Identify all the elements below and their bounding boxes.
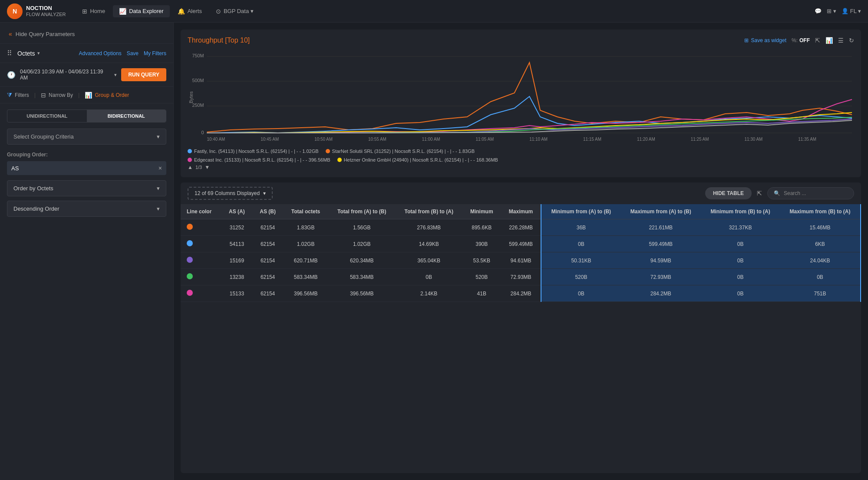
cell-max-ab-4: 72.93MB [620, 269, 701, 285]
tab-divider: | [34, 92, 36, 98]
cell-max-2: 599.49MB [501, 236, 541, 252]
cell-max-4: 72.93MB [501, 269, 541, 285]
run-query-button[interactable]: RUN QUERY [121, 68, 166, 81]
columns-display-button[interactable]: 12 of 69 Columns Displayed ▾ [188, 187, 273, 200]
cell-min-ba-1: 321.37KB [701, 219, 780, 236]
chart-legend: Fastly, Inc. (54113) | Nocsoft S.R.L. (6… [188, 149, 854, 154]
cell-total-octets-4: 583.34MB [283, 269, 328, 285]
svg-text:750M: 750M [192, 53, 204, 58]
chart-panel: Throughput [Top 10] ⊞ Save as widget %: … [181, 30, 861, 177]
svg-text:11:10 AM: 11:10 AM [529, 137, 548, 142]
bar-chart-icon[interactable]: 📊 [825, 37, 833, 44]
grouping-order-label: Grouping Order: [0, 150, 173, 161]
data-explorer-icon: 📈 [119, 8, 126, 15]
cell-as-b-4: 62154 [252, 269, 283, 285]
cell-max-ba-5: 751B [780, 285, 861, 302]
cell-min-ab-1: 36B [541, 219, 620, 236]
cell-as-a-2: 54113 [221, 236, 252, 252]
more-options-icon[interactable]: ☰ [838, 37, 844, 44]
datetime-expand-icon[interactable]: ▾ [114, 72, 117, 78]
col-header-total-b-a: Total from (B) to (A) [395, 204, 462, 219]
refresh-icon[interactable]: ↻ [849, 37, 854, 44]
cell-max-3: 94.61MB [501, 252, 541, 269]
throughput-chart: 750M 500M 250M 0 Bytes 10:40 AM 10:45 AM… [188, 50, 854, 145]
nav-data-explorer[interactable]: 📈 Data Explorer [113, 5, 169, 17]
col-header-max-a-b: Maximum from (A) to (B) [620, 204, 701, 219]
legend-item-hetzner: Hetzner Online GmbH (24940) | Nocsoft S.… [337, 157, 498, 162]
cell-min-2: 390B [462, 236, 501, 252]
svg-text:250M: 250M [192, 103, 204, 108]
cell-as-a-3: 15169 [221, 252, 252, 269]
table-external-link-icon[interactable]: ⇱ [757, 190, 762, 197]
cell-max-ba-4: 0B [780, 269, 861, 285]
legend-dot-fastly [188, 149, 192, 153]
col-header-line-color: Line color [181, 204, 221, 219]
pct-toggle[interactable]: %: OFF [792, 37, 810, 43]
search-icon: 🔍 [774, 190, 780, 196]
group-order-tab[interactable]: 📊 Group & Order [85, 92, 129, 99]
save-as-widget-button[interactable]: ⊞ Save as widget [744, 37, 786, 43]
group-order-icon: 📊 [85, 92, 92, 99]
col-header-as-b: AS (B) [252, 204, 283, 219]
legend-prev-icon[interactable]: ▲ [188, 164, 193, 170]
advanced-options-link[interactable]: Advanced Options [79, 50, 122, 56]
cell-total-a-b-3: 620.34MB [328, 252, 395, 269]
bidirectional-button[interactable]: BIDIRECTIONAL [87, 110, 166, 122]
hide-query-params-button[interactable]: « Hide Query Parameters [0, 23, 173, 44]
cell-total-octets-3: 620.71MB [283, 252, 328, 269]
cell-min-1: 895.6KB [462, 219, 501, 236]
metric-selector[interactable]: Octets ▾ [17, 50, 40, 57]
svg-text:11:30 AM: 11:30 AM [744, 137, 762, 142]
legend-dot-hetzner [337, 158, 342, 162]
nav-alerts[interactable]: 🔔 Alerts [172, 5, 208, 17]
grouping-tag: AS × [7, 161, 166, 175]
cell-total-a-b-4: 583.34MB [328, 269, 395, 285]
cell-max-ba-3: 24.04KB [780, 252, 861, 269]
my-filters-link[interactable]: My Filters [144, 50, 166, 56]
cell-as-a-5: 15133 [221, 285, 252, 302]
user-button[interactable]: 👤 FL ▾ [842, 8, 861, 14]
filters-tab[interactable]: ⧩ Filters [7, 91, 29, 99]
narrow-by-tab[interactable]: ⊟ Narrow By [41, 92, 73, 99]
unidirectional-button[interactable]: UNIDIRECTIONAL [7, 110, 87, 122]
table-row: 15133 62154 396.56MB 396.56MB 2.14KB 41B… [181, 285, 861, 302]
cell-total-a-b-2: 1.02GB [328, 236, 395, 252]
cell-color-1 [181, 219, 221, 236]
legend-dot-starnet [326, 149, 330, 153]
data-table: Line color AS (A) AS (B) Total octets To… [181, 204, 861, 302]
svg-text:11:25 AM: 11:25 AM [691, 137, 709, 142]
svg-text:10:45 AM: 10:45 AM [261, 137, 279, 142]
cell-total-octets-2: 1.02GB [283, 236, 328, 252]
svg-text:10:55 AM: 10:55 AM [368, 137, 386, 142]
remove-grouping-tag-button[interactable]: × [158, 165, 162, 172]
line-color-dot [187, 273, 193, 279]
svg-text:Bytes: Bytes [188, 91, 194, 103]
save-link[interactable]: Save [127, 50, 139, 56]
col-header-minimum: Minimum [462, 204, 501, 219]
nav-items: ⊞ Home 📈 Data Explorer 🔔 Alerts ⊙ BGP Da… [76, 5, 259, 17]
search-input[interactable] [784, 190, 848, 196]
clock-icon: 🕐 [7, 71, 16, 79]
cell-total-b-a-4: 0B [395, 269, 462, 285]
legend-next-icon[interactable]: ▼ [205, 164, 210, 170]
line-color-dot [187, 257, 193, 263]
cell-total-a-b-1: 1.56GB [328, 219, 395, 236]
nav-bgp-data[interactable]: ⊙ BGP Data ▾ [210, 5, 260, 17]
cell-total-a-b-5: 396.56MB [328, 285, 395, 302]
cell-min-ba-2: 0B [701, 236, 780, 252]
select-grouping-dropdown[interactable]: Select Grouping Criteria ▾ [7, 129, 166, 145]
nav-home[interactable]: ⊞ Home [76, 5, 111, 17]
legend-item-edgecast: Edgecast Inc. (15133) | Nocsoft S.R.L. (… [188, 157, 330, 162]
desc-order-dropdown[interactable]: Descending Order ▾ [7, 201, 166, 217]
table-search-box[interactable]: 🔍 [767, 187, 854, 199]
grid-button[interactable]: ⊞ ▾ [827, 8, 836, 14]
chart-header: Throughput [Top 10] ⊞ Save as widget %: … [188, 36, 854, 44]
hide-table-button[interactable]: HIDE TABLE [705, 187, 752, 199]
order-by-dropdown[interactable]: Order by Octets ▾ [7, 180, 166, 196]
cell-max-ba-2: 6KB [780, 236, 861, 252]
columns-dropdown-icon: ▾ [263, 190, 266, 196]
svg-text:11:20 AM: 11:20 AM [637, 137, 655, 142]
chat-button[interactable]: 💬 [815, 8, 822, 14]
svg-text:10:50 AM: 10:50 AM [314, 137, 333, 142]
external-link-icon[interactable]: ⇱ [815, 37, 820, 44]
